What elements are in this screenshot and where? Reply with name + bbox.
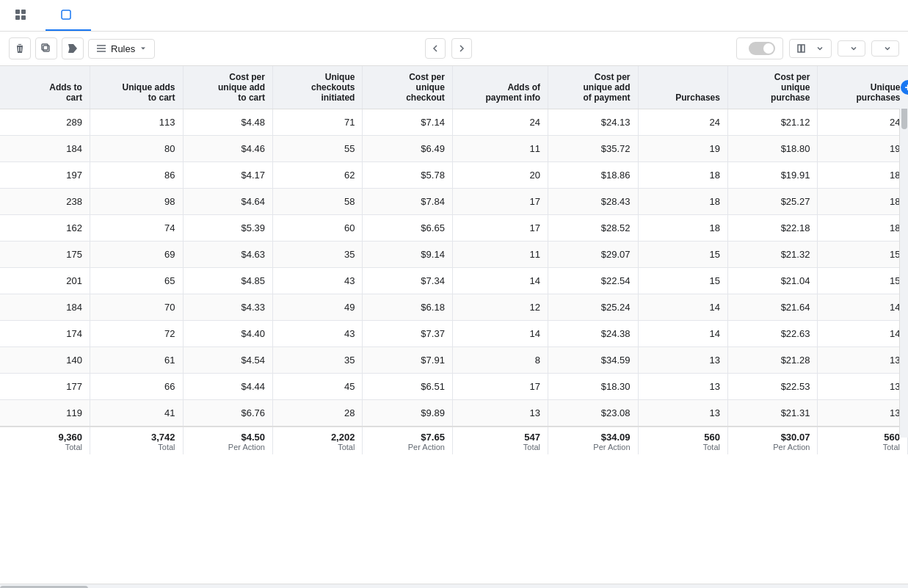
cell-r5-c1: 69 (90, 242, 183, 268)
duplicate-button[interactable] (35, 37, 57, 59)
add-column-button[interactable]: + (901, 80, 909, 95)
cell-r6-c2: $4.85 (183, 268, 272, 294)
cell-r6-c1: 65 (90, 268, 183, 294)
toggle-knob (763, 43, 774, 54)
col-unique-purchases: Uniquepurchases + (818, 66, 908, 109)
cell-r4-c5: 17 (452, 215, 548, 242)
rules-button[interactable]: Rules (88, 39, 155, 59)
cell-r0-c4: $7.14 (363, 109, 452, 136)
cell-r0-c0: 289 (0, 109, 90, 136)
cell-r1-c4: $6.49 (363, 136, 452, 162)
view-setup-toggle[interactable] (749, 42, 775, 55)
table-row: 20165$4.8543$7.3414$22.5415$21.0415 (0, 268, 908, 294)
footer-cell-9: 560Total (818, 427, 908, 454)
cell-r7-c6: $25.24 (548, 294, 638, 321)
cell-r6-c7: 15 (638, 268, 727, 294)
reports-chevron-icon (884, 45, 891, 52)
duplicate-icon (40, 43, 52, 54)
rules-label: Rules (111, 43, 135, 54)
cell-r11-c5: 13 (452, 400, 548, 427)
cell-r5-c7: 15 (638, 242, 727, 268)
vertical-scrollbar[interactable] (899, 70, 908, 438)
cell-r4-c3: 60 (272, 215, 362, 242)
cell-r1-c5: 11 (452, 136, 548, 162)
cell-r2-c4: $5.78 (363, 162, 452, 189)
cell-r3-c3: 58 (272, 189, 362, 215)
cell-r4-c2: $5.39 (183, 215, 272, 242)
footer-cell-4: $7.65Per Action (363, 427, 452, 454)
cell-r2-c2: $4.17 (183, 162, 272, 189)
toolbar-left: Rules (9, 37, 155, 59)
reports-button[interactable] (871, 40, 899, 57)
cell-r3-c0: 238 (0, 189, 90, 215)
cell-r8-c7: 14 (638, 321, 727, 347)
cell-r2-c8: $19.91 (727, 162, 817, 189)
cell-r9-c6: $34.59 (548, 347, 638, 374)
cell-r7-c5: 12 (452, 294, 548, 321)
table-row: 14061$4.5435$7.918$34.5913$21.2813 (0, 347, 908, 374)
cell-r7-c7: 14 (638, 294, 727, 321)
cell-r11-c9: 13 (818, 400, 908, 427)
cell-r11-c1: 41 (90, 400, 183, 427)
table-row: 289113$4.4871$7.1424$24.1324$21.1224 (0, 109, 908, 136)
prev-page-button[interactable] (425, 38, 446, 59)
cell-r0-c8: $21.12 (727, 109, 817, 136)
cell-r8-c9: 14 (818, 321, 908, 347)
tab-ads[interactable] (46, 0, 91, 31)
columns-icon (797, 43, 807, 54)
table-row: 18470$4.3349$6.1812$25.2414$21.6414 (0, 294, 908, 321)
cell-r3-c7: 18 (638, 189, 727, 215)
cell-r0-c1: 113 (90, 109, 183, 136)
footer-cell-6: $34.09Per Action (548, 427, 638, 454)
cell-r2-c5: 20 (452, 162, 548, 189)
svg-rect-1 (21, 10, 26, 14)
svg-rect-2 (15, 15, 20, 20)
cell-r5-c2: $4.63 (183, 242, 272, 268)
breakdown-button[interactable] (838, 40, 865, 57)
cell-r8-c0: 174 (0, 321, 90, 347)
horizontal-scrollbar[interactable] (0, 584, 908, 588)
cell-r4-c8: $22.18 (727, 215, 817, 242)
table-row: 19786$4.1762$5.7820$18.8618$19.9118 (0, 162, 908, 189)
cell-r11-c0: 119 (0, 400, 90, 427)
cell-r1-c2: $4.46 (183, 136, 272, 162)
footer-cell-2: $4.50Per Action (183, 427, 272, 454)
label-button[interactable] (62, 37, 84, 59)
adsets-icon (15, 9, 26, 21)
cell-r3-c2: $4.64 (183, 189, 272, 215)
footer-cell-5: 547Total (452, 427, 548, 454)
cell-r5-c4: $9.14 (363, 242, 452, 268)
tab-adsets[interactable] (0, 0, 46, 31)
cell-r3-c4: $7.84 (363, 189, 452, 215)
cell-r4-c1: 74 (90, 215, 183, 242)
cell-r9-c3: 35 (272, 347, 362, 374)
delete-button[interactable] (9, 37, 31, 59)
cell-r7-c2: $4.33 (183, 294, 272, 321)
cell-r4-c0: 162 (0, 215, 90, 242)
footer-cell-3: 2,202Total (272, 427, 362, 454)
data-table: Adds tocart Unique addsto cart Cost peru… (0, 66, 908, 454)
cell-r1-c9: 19 (818, 136, 908, 162)
cell-r2-c7: 18 (638, 162, 727, 189)
cell-r6-c9: 15 (818, 268, 908, 294)
columns-chevron-icon (816, 45, 824, 52)
cell-r10-c8: $22.53 (727, 374, 817, 400)
cell-r10-c1: 66 (90, 374, 183, 400)
cell-r9-c4: $7.91 (363, 347, 452, 374)
columns-button[interactable] (789, 39, 832, 58)
cell-r2-c9: 18 (818, 162, 908, 189)
cell-r5-c3: 35 (272, 242, 362, 268)
view-setup-button[interactable] (736, 37, 783, 59)
cell-r11-c2: $6.76 (183, 400, 272, 427)
footer-cell-7: 560Total (638, 427, 727, 454)
cell-r9-c7: 13 (638, 347, 727, 374)
next-page-button[interactable] (451, 38, 472, 59)
table-header-row: Adds tocart Unique addsto cart Cost peru… (0, 66, 908, 109)
top-tabs (0, 0, 908, 32)
cell-r10-c0: 177 (0, 374, 90, 400)
cell-r4-c4: $6.65 (363, 215, 452, 242)
cell-r2-c3: 62 (272, 162, 362, 189)
cell-r6-c5: 14 (452, 268, 548, 294)
cell-r0-c6: $24.13 (548, 109, 638, 136)
cell-r0-c7: 24 (638, 109, 727, 136)
